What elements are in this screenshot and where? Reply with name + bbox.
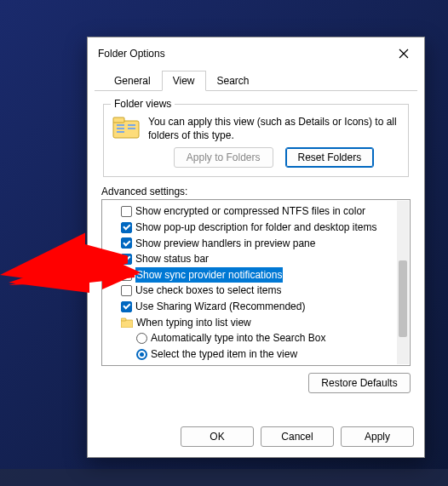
- folder-options-dialog: Folder Options General View Search Folde…: [87, 37, 425, 458]
- checkbox-status-bar[interactable]: [121, 254, 132, 265]
- list-item[interactable]: Show preview handlers in preview pane: [135, 236, 315, 252]
- svg-rect-3: [117, 128, 124, 129]
- checkbox-sync-provider[interactable]: [121, 270, 132, 281]
- folder-views-text: You can apply this view (such as Details…: [148, 115, 399, 142]
- folder-icon: [121, 317, 133, 328]
- checkbox-preview-handlers[interactable]: [121, 237, 132, 249]
- list-item[interactable]: Use Sharing Wizard (Recommended): [135, 299, 305, 315]
- list-item[interactable]: Automatically type into the Search Box: [151, 330, 325, 346]
- list-item[interactable]: Show encrypted or compressed NTFS files …: [135, 203, 365, 220]
- list-item-selected[interactable]: Show sync provider notifications: [135, 267, 283, 283]
- apply-button[interactable]: Apply: [341, 426, 414, 447]
- folder-icon: [112, 115, 141, 140]
- advanced-settings-label: Advanced settings:: [101, 186, 411, 197]
- checkbox-use-check-boxes[interactable]: [121, 285, 132, 296]
- radio-auto-searchbox[interactable]: [136, 333, 147, 344]
- folder-views-legend: Folder views: [111, 98, 175, 110]
- close-icon: [399, 49, 409, 59]
- svg-rect-6: [128, 128, 135, 129]
- folder-views-group: Folder views You can apply this view (su…: [103, 98, 409, 177]
- advanced-settings-listbox[interactable]: Show encrypted or compressed NTFS files …: [101, 199, 411, 366]
- taskbar: [0, 469, 448, 486]
- reset-folders-button[interactable]: Reset Folders: [285, 147, 375, 168]
- list-item[interactable]: Show status bar: [135, 251, 209, 267]
- radio-select-typed[interactable]: [136, 349, 147, 360]
- svg-rect-8: [121, 318, 126, 321]
- checkbox-ntfs-color[interactable]: [121, 206, 132, 217]
- tab-general[interactable]: General: [103, 71, 162, 91]
- apply-to-folders-button: Apply to Folders: [174, 147, 273, 168]
- svg-rect-1: [113, 117, 124, 123]
- list-group: Navigation pane: [123, 362, 197, 366]
- svg-rect-5: [128, 124, 135, 126]
- checkbox-sharing-wizard[interactable]: [121, 301, 132, 312]
- dialog-button-row: OK Cancel Apply: [88, 420, 424, 457]
- close-button[interactable]: [392, 44, 416, 63]
- cancel-button[interactable]: Cancel: [261, 426, 334, 447]
- ok-button[interactable]: OK: [181, 426, 254, 447]
- svg-rect-9: [108, 366, 118, 367]
- svg-rect-4: [117, 131, 124, 133]
- restore-defaults-button[interactable]: Restore Defaults: [308, 373, 411, 393]
- tab-view[interactable]: View: [162, 71, 206, 91]
- list-group: When typing into list view: [136, 315, 251, 331]
- svg-rect-7: [121, 320, 133, 328]
- tab-content-view: Folder views You can apply this view (su…: [88, 91, 424, 420]
- scrollbar[interactable]: [397, 201, 409, 364]
- list-item[interactable]: Use check boxes to select items: [135, 283, 281, 299]
- list-item[interactable]: Show pop-up description for folder and d…: [135, 220, 377, 236]
- checkbox-popup-desc[interactable]: [121, 222, 132, 233]
- titlebar: Folder Options: [88, 37, 424, 66]
- tab-strip: General View Search: [95, 66, 417, 91]
- navigation-pane-icon: [107, 365, 119, 367]
- tab-search[interactable]: Search: [206, 71, 261, 91]
- dialog-title: Folder Options: [98, 48, 392, 60]
- svg-rect-2: [117, 124, 124, 126]
- list-item[interactable]: Select the typed item in the view: [151, 346, 297, 363]
- scroll-thumb[interactable]: [399, 260, 407, 337]
